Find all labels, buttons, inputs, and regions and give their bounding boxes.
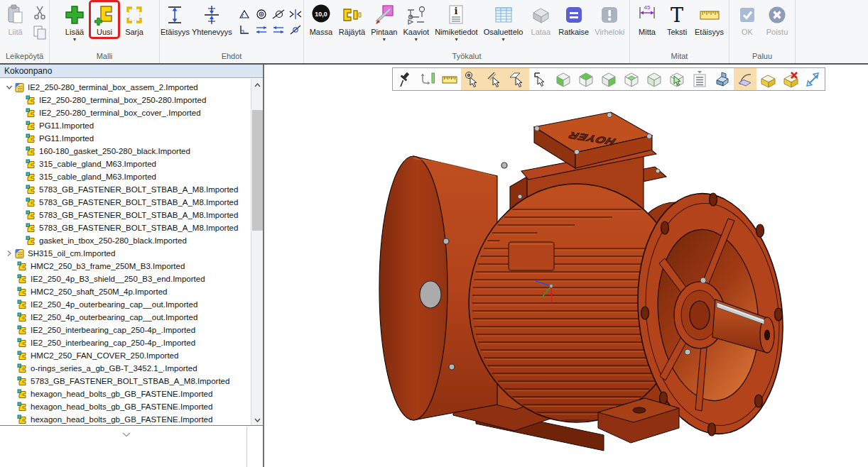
text-icon: T [665,2,689,28]
parallel-constraint-icon[interactable] [254,23,269,37]
sketch-plane-icon[interactable] [734,68,756,90]
etaisyys-button[interactable]: Etäisyys [160,1,190,38]
equal-constraint-icon[interactable] [271,23,286,37]
small-button-stack [31,1,48,41]
tree-item[interactable]: HMC2_250_b3_frame_250M_B3.Imported [0,260,250,273]
tree-item[interactable]: IE2_250_interbearing_cap_250-4p_.Importe… [0,336,250,349]
application-window: { "ribbon": { "groups": [ { "label": "Le… [0,0,868,467]
tree-item[interactable]: 5783_GB_FASTENER_BOLT_STBAB_A_M8.Importe… [0,221,250,234]
lisaa-button[interactable]: Lisää▾ [60,1,89,43]
assembly-tree[interactable]: IE2_250-280_terminal_box_assem_2.Importe… [0,79,263,426]
tray-icon[interactable] [756,68,779,90]
cube-solid-icon[interactable] [643,68,666,90]
part-icon [17,389,28,399]
coincident-constraint-icon[interactable] [288,23,303,37]
poistu-button[interactable]: Poistu [763,1,791,38]
snap-line-icon[interactable] [484,68,506,90]
tree-item[interactable]: 5783_GB_FASTENER_BOLT_STBAB_A_M8.Importe… [0,375,250,388]
collapse-chevron-icon[interactable] [122,427,131,440]
cube-front-face-icon[interactable] [552,68,575,90]
kaaviot-button[interactable]: Kaaviot▾ [401,1,431,43]
tree-item[interactable]: SH315_oil_cm.Imported [0,247,250,260]
expander-spacer [17,223,26,233]
liita-button[interactable]: Liitä [1,1,30,38]
drag-axis-icon[interactable] [416,68,438,90]
motor-model[interactable]: HOYER [369,103,796,454]
tree-scrollbar[interactable] [251,79,263,426]
tree-item[interactable]: HMC2_250_FAN_COVER_250.Imported [0,349,250,362]
scrollbar-up-button[interactable] [251,79,263,91]
tree-item[interactable]: IE2_250_4p_outerbearing_cap__out.Importe… [0,298,250,311]
tree-item[interactable]: IE2_250-280_terminal_box_cover_.Imported [0,106,250,119]
cube-back-face-icon[interactable] [620,68,643,90]
tree-item[interactable]: o-rings_series_a_gb_GB-T_3452.1_.Importe… [0,362,250,375]
tree-item[interactable]: hexagon_head_bolts_gb_GB_FASTENE.Importe… [0,413,250,426]
snap-face-icon[interactable] [506,68,529,90]
tree-item[interactable]: 315_cable_gland_M63.Imported [0,158,250,170]
chevron-down-icon[interactable] [4,82,14,92]
tree-item[interactable]: hexagon_head_bolts_gb_GB_FASTENE.Importe… [0,400,250,413]
snap-point-icon[interactable] [461,68,484,90]
tree-item[interactable]: 5783_GB_FASTENER_BOLT_STBAB_A_M8.Importe… [0,209,250,221]
scrollbar-thumb[interactable] [252,110,263,231]
uusi-button[interactable]: Uusi [90,1,119,38]
tree-item[interactable]: 5783_GB_FASTENER_BOLT_STBAB_A_M8.Importe… [0,196,250,209]
model-viewport[interactable]: HOYER [264,65,868,467]
perpendicular-constraint-icon[interactable] [237,23,252,37]
cube-top-face-icon[interactable] [575,68,597,90]
expander-spacer [17,121,26,131]
tree-item[interactable]: hexagon_head_bolts_gb_GB_FASTENE.Importe… [0,388,250,400]
osaluettelo-button[interactable]: Osaluettelo▾ [482,1,526,43]
tree-item[interactable]: IE2_250-280_terminal_box_assem_2.Importe… [0,81,250,94]
tree-item[interactable]: gasket_in_tbox_250-280_black.Imported [0,234,250,247]
dropdown-arrow-icon[interactable]: ▾ [455,37,457,43]
concentric-constraint-icon[interactable] [254,7,269,21]
tree-item[interactable]: IE2_250_4p_outerbearing_cap__out.Importe… [0,311,250,324]
button-label: Virheloki [595,28,624,37]
tree-item[interactable]: IE2_250_interbearing_cap_250-4p_.Importe… [0,324,250,336]
massa-button[interactable]: 10,0Massa [307,1,335,38]
scissors-cut-icon[interactable] [31,4,48,21]
dropdown-arrow-icon[interactable]: ▾ [415,37,418,43]
yhtenevyys-button[interactable]: Yhtenevyys [192,1,232,38]
dropdown-arrow-icon[interactable]: ▾ [383,37,386,43]
feature-list-icon[interactable] [688,68,711,90]
angle-constraint-icon[interactable] [237,7,252,21]
pintaan-button[interactable]: Pintaan▾ [369,1,399,43]
etaisyys-button[interactable]: Etäisyys [693,1,726,38]
nimiketiedot-button[interactable]: iNimiketiedot▾ [433,1,480,43]
tree-item[interactable]: PG11.Imported [0,119,250,132]
copy-icon[interactable] [31,24,48,41]
tree-item[interactable]: HMC2_250_shaft_250M_4p.Imported [0,285,250,298]
tangent-constraint-icon[interactable] [271,7,286,21]
expander-spacer [17,159,26,169]
pick-edge-icon[interactable] [529,68,552,90]
tree-item[interactable]: 160-180_gasket_250-280_black.Imported [0,145,250,158]
tree-item[interactable]: PG11.Imported [0,132,250,145]
tree-item[interactable]: IE2_250-280_terminal_box_250-280.Importe… [0,94,250,106]
pin-icon[interactable] [393,68,416,90]
tray-delete-icon[interactable] [779,68,802,90]
lataa-button[interactable]: Lataa [526,1,555,38]
measure-ruler-icon[interactable] [438,68,461,90]
cube-pick-icon[interactable] [666,68,688,90]
cube-side-face-icon[interactable] [597,68,620,90]
scrollbar-down-button[interactable] [251,414,263,426]
tree-item[interactable]: IE2_250_4p_B3_shield__250_B3_end.Importe… [0,273,250,285]
ribbon: LiitäLeikepöytäLisää▾UusiSarjaMalliEtäis… [0,0,868,65]
tree-item[interactable]: 5783_GB_FASTENER_BOLT_STBAB_A_M8.Importe… [0,183,250,196]
mitta-button[interactable]: 45Mitta [633,1,661,38]
dropdown-arrow-icon[interactable]: ▾ [73,37,76,43]
symmetry-constraint-icon[interactable] [288,7,303,21]
virheloki-button[interactable]: Virheloki [592,1,626,38]
sarja-button[interactable]: Sarja [120,1,148,38]
dropdown-arrow-icon[interactable]: ▾ [502,37,505,43]
rajayta-button[interactable]: Räjäytä [337,1,367,38]
chevron-right-icon[interactable] [4,248,14,258]
extrude-icon[interactable] [711,68,734,90]
ok-button[interactable]: OK [733,1,761,38]
teksti-button[interactable]: TTeksti [663,1,691,38]
expand-arrows-icon[interactable] [802,68,825,90]
tree-item[interactable]: 315_cable_gland_M63.Imported [0,170,250,183]
ratkaise-button[interactable]: Ratkaise [556,1,591,38]
